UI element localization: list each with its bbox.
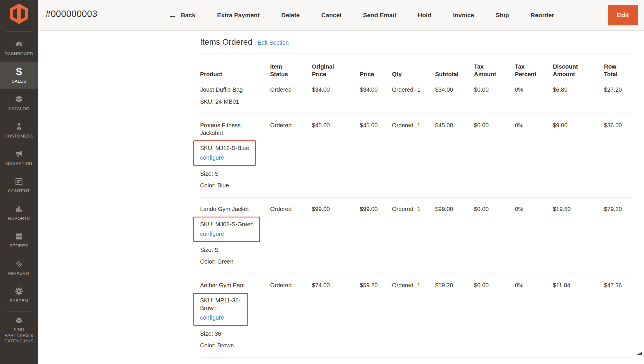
sidebar-item-reports[interactable]: REPORTS <box>0 199 38 227</box>
price-cell: $59.20 <box>360 281 392 349</box>
sidebar-item-system[interactable]: SYSTEM <box>0 281 38 309</box>
subtotal-cell: $45.00 <box>435 121 474 189</box>
order-view-page: DASHBOARD $ SALES CATALOG <box>0 0 644 364</box>
sidebar-item-dashboard[interactable]: DASHBOARD <box>0 34 38 62</box>
price-cell: $34.00 <box>360 86 392 105</box>
original-price-cell: $45.00 <box>312 121 360 189</box>
sidebar-item-customers[interactable]: CUSTOMERS <box>0 117 38 144</box>
magento-logo-icon[interactable] <box>10 4 28 24</box>
sku-text: SKU: 24-MB01 <box>200 98 267 105</box>
sku-text: SKU: MJ12-S-Blue <box>200 144 249 152</box>
configure-link[interactable]: configure <box>200 230 254 238</box>
find-partners-icon <box>15 316 23 325</box>
table-row: Aether Gym Pant SKU: MP11-36-Brown confi… <box>200 274 632 358</box>
sidebar-item-catalog[interactable]: CATALOG <box>0 89 38 117</box>
subtotal-cell: $59.20 <box>435 281 474 349</box>
configure-link[interactable]: configure <box>200 314 242 321</box>
column-header-row-total: Row Total <box>604 63 631 78</box>
tax-amount-cell: $0.00 <box>474 205 515 265</box>
column-header-item-status: Item Status <box>270 63 297 78</box>
hold-button[interactable]: Hold <box>418 12 431 19</box>
column-header-subtotal: Subtotal <box>435 70 462 78</box>
edit-button[interactable]: Edit <box>608 5 638 25</box>
dashboard-icon <box>15 40 23 49</box>
product-name: Proteus Fitness Jackshirt <box>200 121 258 137</box>
product-name: Lando Gym Jacket <box>200 205 258 213</box>
sidebar-item-mirasvit[interactable]: MIRASVIT <box>0 254 38 281</box>
table-row: Joust Duffle Bag SKU: 24-MB01 Ordered $3… <box>200 78 632 114</box>
column-header-tax-percent: Tax Percent <box>515 63 542 78</box>
size-text: Size: S <box>200 246 267 254</box>
qty-cell: Ordered1 <box>392 205 435 265</box>
sidebar-item-marketing[interactable]: MARKETING <box>0 144 38 172</box>
invoice-button[interactable]: Invoice <box>453 12 474 19</box>
sidebar-divider <box>6 31 32 32</box>
column-header-discount-amount: Discount Amount <box>553 63 580 78</box>
extra-payment-button[interactable]: Extra Payment <box>217 12 260 19</box>
sidebar-item-sales[interactable]: $ SALES <box>0 62 38 89</box>
item-status-cell: Ordered <box>270 281 312 349</box>
qty-cell: Ordered1 <box>392 86 435 105</box>
original-price-cell: $99.00 <box>312 205 360 265</box>
sidebar-item-label: MIRASVIT <box>8 270 30 276</box>
section-title: Items Ordered <box>200 37 252 47</box>
page-header: #000000003 ← Back Extra Payment Delete C… <box>38 0 644 31</box>
sku-highlight-box: SKU: MJ12-S-Blue configure <box>193 140 256 166</box>
configure-link[interactable]: configure <box>200 154 249 161</box>
item-status-cell: Ordered <box>270 205 312 265</box>
back-button[interactable]: ← Back <box>169 11 195 19</box>
admin-sidebar: DASHBOARD $ SALES CATALOG <box>0 0 38 364</box>
ship-button[interactable]: Ship <box>496 12 509 19</box>
sidebar-item-label: STORES <box>10 243 28 249</box>
color-text: Color: Blue <box>200 182 267 189</box>
sidebar-menu: DASHBOARD $ SALES CATALOG <box>0 34 38 346</box>
sidebar-item-content[interactable]: CONTENT <box>0 172 38 199</box>
back-arrow-icon: ← <box>169 11 176 19</box>
tax-percent-cell: 0% <box>515 121 553 189</box>
table-row: Proteus Fitness Jackshirt SKU: MJ12-S-Bl… <box>200 114 632 198</box>
catalog-icon <box>15 95 23 104</box>
sales-icon: $ <box>15 67 23 76</box>
cancel-button[interactable]: Cancel <box>321 12 341 19</box>
size-text: Size: S <box>200 170 267 177</box>
original-price-cell: $74.00 <box>312 281 360 349</box>
delete-button[interactable]: Delete <box>281 12 300 19</box>
sidebar-item-label: SYSTEM <box>10 298 28 304</box>
row-total-cell: $79.20 <box>604 205 632 265</box>
product-name: Aether Gym Pant <box>200 281 258 289</box>
table-row: Lando Gym Jacket SKU: MJ08-S-Green confi… <box>200 198 632 274</box>
discount-amount-cell: $19.80 <box>553 205 604 265</box>
discount-amount-cell: $6.80 <box>553 86 604 105</box>
tax-percent-cell: 0% <box>515 281 553 349</box>
edit-section-link[interactable]: Edit Section <box>258 39 289 46</box>
color-text: Color: Brown <box>200 342 267 349</box>
column-header-product: Product <box>200 70 227 78</box>
qty-cell: Ordered1 <box>392 121 435 189</box>
sidebar-item-label: CATALOG <box>8 106 29 112</box>
column-header-original-price: Original Price <box>312 63 339 78</box>
color-text: Color: Green <box>200 258 267 265</box>
order-id-title: #000000003 <box>46 9 97 19</box>
reorder-button[interactable]: Reorder <box>531 12 554 19</box>
items-ordered-section: Items Ordered Edit Section Product Item … <box>200 37 632 364</box>
row-total-cell: $36.00 <box>604 121 632 189</box>
reports-icon <box>15 205 23 213</box>
sidebar-item-label: DASHBOARD <box>5 51 34 57</box>
send-email-button[interactable]: Send Email <box>363 12 396 19</box>
table-row: Thorpe Track Pant SKU: MP07-34-Blue conf… <box>200 358 632 364</box>
discount-amount-cell: $9.00 <box>553 121 604 189</box>
discount-amount-cell: $11.84 <box>553 281 604 349</box>
table-header-row: Product Item Status Original Price Price… <box>200 63 632 78</box>
tax-amount-cell: $0.00 <box>474 86 515 105</box>
original-price-cell: $34.00 <box>312 86 360 105</box>
sidebar-item-label: FIND PARTNERS & EXTENSIONS <box>0 327 38 344</box>
tax-amount-cell: $0.00 <box>474 281 515 349</box>
system-icon <box>15 287 23 296</box>
column-header-qty: Qty <box>392 70 419 78</box>
row-total-cell: $27.20 <box>604 86 632 105</box>
content-icon <box>15 177 23 186</box>
stores-icon <box>15 232 23 241</box>
corner-mark <box>636 352 642 355</box>
sidebar-item-stores[interactable]: STORES <box>0 227 38 254</box>
sidebar-item-find-partners[interactable]: FIND PARTNERS & EXTENSIONS <box>0 314 38 346</box>
